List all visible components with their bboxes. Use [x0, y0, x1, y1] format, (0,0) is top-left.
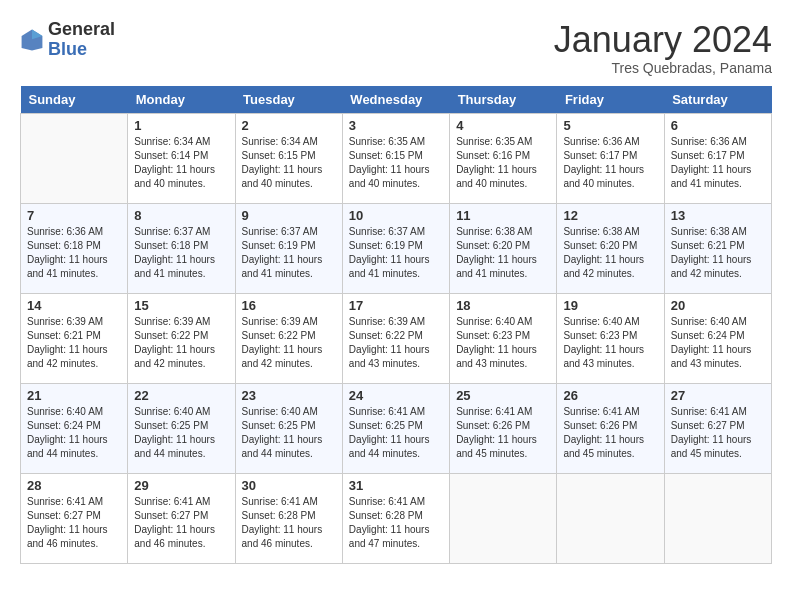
day-info: Sunrise: 6:34 AMSunset: 6:15 PMDaylight:… — [242, 135, 336, 191]
day-number: 12 — [563, 208, 657, 223]
day-info: Sunrise: 6:37 AMSunset: 6:18 PMDaylight:… — [134, 225, 228, 281]
day-number: 21 — [27, 388, 121, 403]
calendar-cell: 12Sunrise: 6:38 AMSunset: 6:20 PMDayligh… — [557, 203, 664, 293]
calendar-week-row: 1Sunrise: 6:34 AMSunset: 6:14 PMDaylight… — [21, 113, 772, 203]
day-info: Sunrise: 6:41 AMSunset: 6:27 PMDaylight:… — [134, 495, 228, 551]
page-header: General Blue January 2024 Tres Quebradas… — [20, 20, 772, 76]
weekday-header-sunday: Sunday — [21, 86, 128, 114]
calendar-cell: 26Sunrise: 6:41 AMSunset: 6:26 PMDayligh… — [557, 383, 664, 473]
calendar-cell: 25Sunrise: 6:41 AMSunset: 6:26 PMDayligh… — [450, 383, 557, 473]
calendar-week-row: 14Sunrise: 6:39 AMSunset: 6:21 PMDayligh… — [21, 293, 772, 383]
logo-general: General — [48, 20, 115, 40]
calendar-cell: 22Sunrise: 6:40 AMSunset: 6:25 PMDayligh… — [128, 383, 235, 473]
day-info: Sunrise: 6:35 AMSunset: 6:15 PMDaylight:… — [349, 135, 443, 191]
calendar-cell: 8Sunrise: 6:37 AMSunset: 6:18 PMDaylight… — [128, 203, 235, 293]
weekday-header-wednesday: Wednesday — [342, 86, 449, 114]
day-info: Sunrise: 6:38 AMSunset: 6:20 PMDaylight:… — [563, 225, 657, 281]
day-number: 9 — [242, 208, 336, 223]
logo: General Blue — [20, 20, 115, 60]
day-number: 20 — [671, 298, 765, 313]
day-info: Sunrise: 6:40 AMSunset: 6:25 PMDaylight:… — [242, 405, 336, 461]
logo-icon — [20, 28, 44, 52]
weekday-header-friday: Friday — [557, 86, 664, 114]
calendar-cell: 19Sunrise: 6:40 AMSunset: 6:23 PMDayligh… — [557, 293, 664, 383]
calendar-cell: 18Sunrise: 6:40 AMSunset: 6:23 PMDayligh… — [450, 293, 557, 383]
calendar-title: January 2024 — [554, 20, 772, 60]
calendar-cell — [664, 473, 771, 563]
logo-blue: Blue — [48, 40, 115, 60]
calendar-cell: 11Sunrise: 6:38 AMSunset: 6:20 PMDayligh… — [450, 203, 557, 293]
day-number: 16 — [242, 298, 336, 313]
calendar-cell — [450, 473, 557, 563]
day-info: Sunrise: 6:36 AMSunset: 6:17 PMDaylight:… — [671, 135, 765, 191]
day-info: Sunrise: 6:40 AMSunset: 6:24 PMDaylight:… — [27, 405, 121, 461]
day-info: Sunrise: 6:41 AMSunset: 6:27 PMDaylight:… — [671, 405, 765, 461]
day-info: Sunrise: 6:36 AMSunset: 6:17 PMDaylight:… — [563, 135, 657, 191]
calendar-cell: 2Sunrise: 6:34 AMSunset: 6:15 PMDaylight… — [235, 113, 342, 203]
calendar-cell: 6Sunrise: 6:36 AMSunset: 6:17 PMDaylight… — [664, 113, 771, 203]
day-number: 14 — [27, 298, 121, 313]
day-info: Sunrise: 6:39 AMSunset: 6:22 PMDaylight:… — [242, 315, 336, 371]
day-info: Sunrise: 6:37 AMSunset: 6:19 PMDaylight:… — [242, 225, 336, 281]
calendar-cell: 17Sunrise: 6:39 AMSunset: 6:22 PMDayligh… — [342, 293, 449, 383]
day-info: Sunrise: 6:36 AMSunset: 6:18 PMDaylight:… — [27, 225, 121, 281]
day-info: Sunrise: 6:41 AMSunset: 6:26 PMDaylight:… — [563, 405, 657, 461]
day-info: Sunrise: 6:39 AMSunset: 6:22 PMDaylight:… — [349, 315, 443, 371]
day-info: Sunrise: 6:40 AMSunset: 6:23 PMDaylight:… — [563, 315, 657, 371]
calendar-cell: 21Sunrise: 6:40 AMSunset: 6:24 PMDayligh… — [21, 383, 128, 473]
day-number: 8 — [134, 208, 228, 223]
calendar-table: SundayMondayTuesdayWednesdayThursdayFrid… — [20, 86, 772, 564]
calendar-week-row: 7Sunrise: 6:36 AMSunset: 6:18 PMDaylight… — [21, 203, 772, 293]
day-number: 17 — [349, 298, 443, 313]
calendar-cell: 29Sunrise: 6:41 AMSunset: 6:27 PMDayligh… — [128, 473, 235, 563]
calendar-cell: 9Sunrise: 6:37 AMSunset: 6:19 PMDaylight… — [235, 203, 342, 293]
day-info: Sunrise: 6:41 AMSunset: 6:28 PMDaylight:… — [242, 495, 336, 551]
day-number: 11 — [456, 208, 550, 223]
calendar-cell: 23Sunrise: 6:40 AMSunset: 6:25 PMDayligh… — [235, 383, 342, 473]
calendar-week-row: 21Sunrise: 6:40 AMSunset: 6:24 PMDayligh… — [21, 383, 772, 473]
weekday-header-thursday: Thursday — [450, 86, 557, 114]
day-info: Sunrise: 6:38 AMSunset: 6:20 PMDaylight:… — [456, 225, 550, 281]
day-number: 26 — [563, 388, 657, 403]
day-number: 30 — [242, 478, 336, 493]
day-number: 5 — [563, 118, 657, 133]
calendar-week-row: 28Sunrise: 6:41 AMSunset: 6:27 PMDayligh… — [21, 473, 772, 563]
calendar-cell — [21, 113, 128, 203]
calendar-cell: 1Sunrise: 6:34 AMSunset: 6:14 PMDaylight… — [128, 113, 235, 203]
day-info: Sunrise: 6:40 AMSunset: 6:24 PMDaylight:… — [671, 315, 765, 371]
calendar-cell — [557, 473, 664, 563]
day-info: Sunrise: 6:41 AMSunset: 6:26 PMDaylight:… — [456, 405, 550, 461]
day-number: 6 — [671, 118, 765, 133]
day-info: Sunrise: 6:34 AMSunset: 6:14 PMDaylight:… — [134, 135, 228, 191]
day-number: 13 — [671, 208, 765, 223]
calendar-cell: 3Sunrise: 6:35 AMSunset: 6:15 PMDaylight… — [342, 113, 449, 203]
day-number: 28 — [27, 478, 121, 493]
day-number: 3 — [349, 118, 443, 133]
day-info: Sunrise: 6:39 AMSunset: 6:21 PMDaylight:… — [27, 315, 121, 371]
day-info: Sunrise: 6:40 AMSunset: 6:25 PMDaylight:… — [134, 405, 228, 461]
day-number: 31 — [349, 478, 443, 493]
day-number: 1 — [134, 118, 228, 133]
day-number: 25 — [456, 388, 550, 403]
day-number: 29 — [134, 478, 228, 493]
calendar-cell: 10Sunrise: 6:37 AMSunset: 6:19 PMDayligh… — [342, 203, 449, 293]
title-block: January 2024 Tres Quebradas, Panama — [554, 20, 772, 76]
calendar-cell: 30Sunrise: 6:41 AMSunset: 6:28 PMDayligh… — [235, 473, 342, 563]
day-info: Sunrise: 6:39 AMSunset: 6:22 PMDaylight:… — [134, 315, 228, 371]
weekday-header-row: SundayMondayTuesdayWednesdayThursdayFrid… — [21, 86, 772, 114]
day-number: 15 — [134, 298, 228, 313]
calendar-cell: 16Sunrise: 6:39 AMSunset: 6:22 PMDayligh… — [235, 293, 342, 383]
day-info: Sunrise: 6:41 AMSunset: 6:25 PMDaylight:… — [349, 405, 443, 461]
calendar-cell: 24Sunrise: 6:41 AMSunset: 6:25 PMDayligh… — [342, 383, 449, 473]
day-number: 27 — [671, 388, 765, 403]
day-number: 24 — [349, 388, 443, 403]
day-info: Sunrise: 6:40 AMSunset: 6:23 PMDaylight:… — [456, 315, 550, 371]
calendar-cell: 7Sunrise: 6:36 AMSunset: 6:18 PMDaylight… — [21, 203, 128, 293]
day-number: 19 — [563, 298, 657, 313]
day-info: Sunrise: 6:38 AMSunset: 6:21 PMDaylight:… — [671, 225, 765, 281]
day-info: Sunrise: 6:37 AMSunset: 6:19 PMDaylight:… — [349, 225, 443, 281]
day-number: 10 — [349, 208, 443, 223]
day-number: 22 — [134, 388, 228, 403]
day-info: Sunrise: 6:41 AMSunset: 6:27 PMDaylight:… — [27, 495, 121, 551]
day-number: 7 — [27, 208, 121, 223]
